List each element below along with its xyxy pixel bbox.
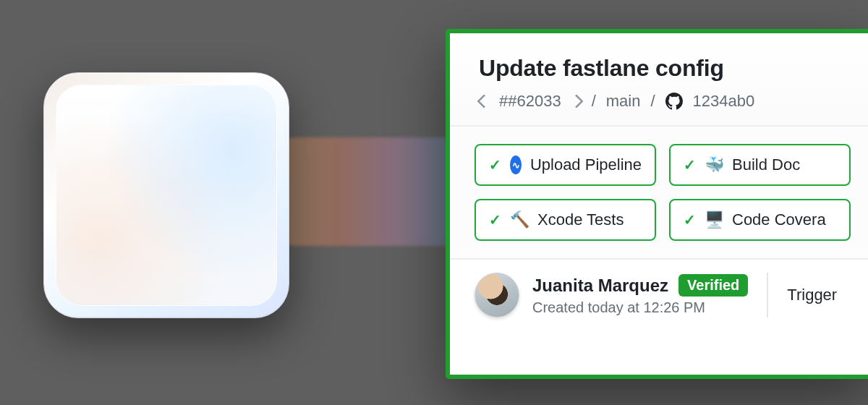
build-header: Update fastlane config ##62033 / main / … [450,33,868,127]
vertical-divider [767,273,768,317]
circuit-traces [56,85,277,306]
chip-screw [244,273,265,294]
avatar[interactable] [475,273,519,317]
github-icon [665,93,683,110]
stage-label: Build Doc [732,155,800,174]
chip-screw [67,96,89,118]
stage-label: Code Covera [732,210,826,229]
pipeline-icon: ∿ [510,155,522,174]
breadcrumb-separator: / [592,92,596,111]
check-icon: ✓ [684,156,696,174]
created-timestamp: Created today at 12:26 PM [532,299,748,316]
chevron-right-icon[interactable] [569,94,584,108]
breadcrumb: ##62033 / main / 1234ab0 [479,92,846,111]
svg-point-2 [137,173,140,176]
stage-code-coverage[interactable]: ✓ 🖥️ Code Covera [669,199,851,241]
check-icon: ✓ [489,211,501,229]
chip-model-badge: M2 [126,249,208,286]
svg-point-4 [179,225,182,229]
build-card: Update fastlane config ##62033 / main / … [446,29,868,379]
breadcrumb-separator: / [650,92,655,111]
branch-link[interactable]: main [606,92,641,111]
author-info: Juanita Marquez Verified Created today a… [532,274,748,316]
author-name: Juanita Marquez [532,276,668,296]
trigger-label: Trigger [787,286,837,304]
chip-logo [116,131,217,210]
m2-chip-illustration: M2 [43,72,289,318]
commit-link[interactable]: 1234ab0 [693,92,755,111]
check-icon: ✓ [684,211,696,229]
svg-point-0 [165,132,169,135]
author-row: Juanita Marquez Verified Created today a… [450,260,868,331]
xcode-icon: 🔨 [510,210,529,229]
svg-point-1 [213,163,217,166]
stage-xcode-tests[interactable]: ✓ 🔨 Xcode Tests [475,199,656,241]
verified-badge: Verified [678,274,748,297]
chip-screw [67,273,89,294]
stage-label: Xcode Tests [537,210,624,229]
stage-build-docker[interactable]: ✓ 🐳 Build Doc [669,144,851,186]
stage-grid: ✓ ∿ Upload Pipeline ✓ 🐳 Build Doc ✓ 🔨 Xc… [450,127,868,260]
svg-point-3 [192,235,196,239]
chip-screw [244,96,265,118]
stage-label: Upload Pipeline [530,155,642,174]
check-icon: ✓ [489,156,501,174]
monitor-icon: 🖥️ [705,210,723,229]
docker-icon: 🐳 [705,155,723,174]
chevron-left-icon[interactable] [477,94,491,108]
build-id-link[interactable]: ##62033 [499,92,561,111]
build-title: Update fastlane config [479,55,846,82]
stage-upload-pipeline[interactable]: ✓ ∿ Upload Pipeline [475,144,656,186]
